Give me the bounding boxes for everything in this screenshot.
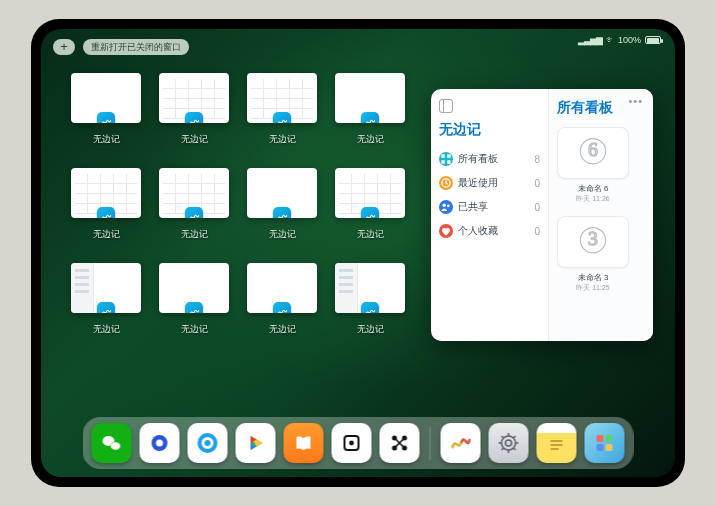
dock xyxy=(83,417,634,469)
ipad-frame: ▂▃▅▆ ᯤ 100% + 重新打开已关闭的窗口 无边记无边记无边记无边记无边记… xyxy=(31,19,685,487)
freeform-app-icon xyxy=(273,207,291,218)
dock-play-icon[interactable] xyxy=(236,423,276,463)
freeform-app-icon xyxy=(273,112,291,123)
window-label: 无边记 xyxy=(269,323,296,336)
sidebar-item[interactable]: 已共享0 xyxy=(439,195,540,219)
window-menu-icon[interactable]: ••• xyxy=(628,95,643,107)
window-thumbnail xyxy=(71,263,141,313)
freeform-app-icon xyxy=(97,302,115,313)
sidebar-toggle-icon[interactable] xyxy=(439,99,453,113)
svg-point-23 xyxy=(502,436,516,450)
sidebar-item-count: 0 xyxy=(534,178,540,189)
window-thumbnail xyxy=(335,73,405,123)
window-tile[interactable]: 无边记 xyxy=(247,168,317,241)
dock-browser-b-icon[interactable] xyxy=(188,423,228,463)
heart-icon xyxy=(439,224,453,238)
sidebar-item-label: 最近使用 xyxy=(458,176,498,190)
battery-icon xyxy=(645,36,661,44)
new-window-button[interactable]: + xyxy=(53,39,75,55)
window-thumbnail xyxy=(159,73,229,123)
window-label: 无边记 xyxy=(357,228,384,241)
window-tile[interactable]: 无边记 xyxy=(71,73,141,146)
window-tile[interactable]: 无边记 xyxy=(159,263,229,336)
window-tile[interactable]: 无边记 xyxy=(247,263,317,336)
svg-point-5 xyxy=(443,204,447,208)
freeform-window[interactable]: ••• 无边记 所有看板8最近使用0已共享0个人收藏0 所有看板 6未命名 6昨… xyxy=(431,89,653,341)
window-label: 无边记 xyxy=(181,228,208,241)
svg-point-14 xyxy=(156,440,163,447)
sidebar-item[interactable]: 最近使用0 xyxy=(439,171,540,195)
window-tile[interactable]: 无边记 xyxy=(71,168,141,241)
window-tile[interactable]: 无边记 xyxy=(159,168,229,241)
window-tile[interactable]: 无边记 xyxy=(335,168,405,241)
dock-freeform-icon[interactable] xyxy=(441,423,481,463)
freeform-sidebar: 无边记 所有看板8最近使用0已共享0个人收藏0 xyxy=(431,89,549,341)
window-thumbnail xyxy=(335,168,405,218)
svg-rect-2 xyxy=(441,160,445,164)
sidebar-item[interactable]: 个人收藏0 xyxy=(439,219,540,243)
window-thumbnail xyxy=(335,263,405,313)
svg-point-18 xyxy=(349,441,354,446)
dock-books-icon[interactable] xyxy=(284,423,324,463)
title-bar: + 重新打开已关闭的窗口 xyxy=(53,39,189,55)
dock-notes-icon[interactable] xyxy=(537,423,577,463)
window-label: 无边记 xyxy=(269,133,296,146)
svg-rect-3 xyxy=(447,160,451,164)
sidebar-item-label: 已共享 xyxy=(458,200,488,214)
svg-rect-25 xyxy=(597,435,604,442)
sidebar-item-count: 0 xyxy=(534,226,540,237)
freeform-app-icon xyxy=(273,302,291,313)
ipad-screen: ▂▃▅▆ ᯤ 100% + 重新打开已关闭的窗口 无边记无边记无边记无边记无边记… xyxy=(41,29,675,477)
board-card[interactable]: 6未命名 6昨天 11:26 xyxy=(557,127,629,204)
svg-rect-27 xyxy=(597,444,604,451)
sidebar-item-label: 所有看板 xyxy=(458,152,498,166)
window-label: 无边记 xyxy=(93,133,120,146)
dock-library-icon[interactable] xyxy=(585,423,625,463)
window-tile[interactable]: 无边记 xyxy=(335,263,405,336)
dock-separator xyxy=(430,426,431,460)
freeform-app-icon xyxy=(361,302,379,313)
svg-point-24 xyxy=(506,440,512,446)
dock-browser-a-icon[interactable] xyxy=(140,423,180,463)
freeform-app-icon xyxy=(97,207,115,218)
svg-text:6: 6 xyxy=(588,138,598,160)
app-switcher-grid: 无边记无边记无边记无边记无边记无边记无边记无边记无边记无边记无边记无边记 xyxy=(71,73,411,336)
window-label: 无边记 xyxy=(93,228,120,241)
clock-icon xyxy=(439,176,453,190)
svg-rect-1 xyxy=(447,154,451,158)
window-thumbnail xyxy=(247,168,317,218)
status-bar: ▂▃▅▆ ᯤ 100% xyxy=(578,35,661,45)
dock-settings-icon[interactable] xyxy=(489,423,529,463)
board-title: 未命名 6 xyxy=(557,183,629,194)
sidebar-title: 无边记 xyxy=(439,121,540,139)
window-tile[interactable]: 无边记 xyxy=(247,73,317,146)
board-subtitle: 昨天 11:26 xyxy=(557,194,629,204)
board-card[interactable]: 3未命名 3昨天 11:25 xyxy=(557,216,629,293)
dock-connect-icon[interactable] xyxy=(380,423,420,463)
window-label: 无边记 xyxy=(357,133,384,146)
window-tile[interactable]: 无边记 xyxy=(335,73,405,146)
svg-point-6 xyxy=(447,204,450,207)
sidebar-item[interactable]: 所有看板8 xyxy=(439,147,540,171)
window-label: 无边记 xyxy=(181,323,208,336)
svg-text:3: 3 xyxy=(588,227,598,249)
people-icon xyxy=(439,200,453,214)
window-tile[interactable]: 无边记 xyxy=(71,263,141,336)
freeform-app-icon xyxy=(361,112,379,123)
svg-point-16 xyxy=(205,440,211,446)
svg-rect-28 xyxy=(606,444,613,451)
window-thumbnail xyxy=(159,263,229,313)
window-thumbnail xyxy=(159,168,229,218)
board-subtitle: 昨天 11:25 xyxy=(557,283,629,293)
cellular-icon: ▂▃▅▆ xyxy=(578,35,602,45)
battery-percent: 100% xyxy=(618,35,641,45)
board-title: 未命名 3 xyxy=(557,272,629,283)
freeform-app-icon xyxy=(185,302,203,313)
board-thumbnail: 6 xyxy=(557,127,629,179)
freeform-app-icon xyxy=(185,207,203,218)
reopen-closed-window-button[interactable]: 重新打开已关闭的窗口 xyxy=(83,39,189,55)
window-label: 无边记 xyxy=(269,228,296,241)
dock-wechat-icon[interactable] xyxy=(92,423,132,463)
window-tile[interactable]: 无边记 xyxy=(159,73,229,146)
dock-dice-icon[interactable] xyxy=(332,423,372,463)
